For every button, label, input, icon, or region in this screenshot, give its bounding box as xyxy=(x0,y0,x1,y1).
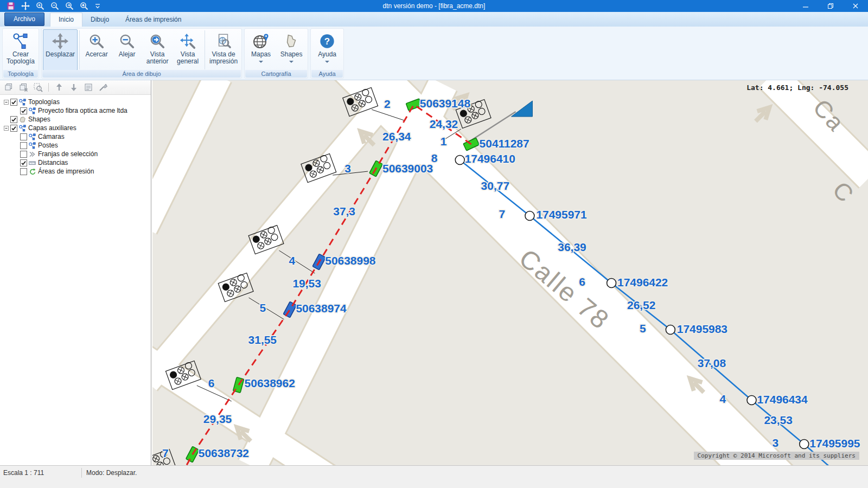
window-title: dtn versión demo - [fibra_acme.dtn] xyxy=(0,2,868,10)
map-node-circle[interactable] xyxy=(800,440,809,449)
ribbon-group-label: Área de dibujo xyxy=(42,70,241,78)
ribbon-group-cartograf-a: MapasShapesCartografía xyxy=(244,28,308,79)
zoom-selection-icon[interactable] xyxy=(33,82,43,93)
restore-button[interactable] xyxy=(818,0,843,12)
map-label: 17496434 xyxy=(757,393,808,406)
tree-item-label: Topologías xyxy=(28,98,60,106)
tree-item-distancias[interactable]: Distancias xyxy=(0,158,151,167)
tree-item-c-maras[interactable]: Cámaras xyxy=(0,132,151,141)
ribbon-button-vista-anterior[interactable]: Vistaanterior xyxy=(142,29,173,70)
map-node-circle[interactable] xyxy=(607,279,616,288)
tree-checkbox[interactable] xyxy=(20,159,27,166)
map-label: 1 xyxy=(441,135,447,147)
map-label: 6 xyxy=(208,377,215,389)
map-label: 31,55 xyxy=(248,333,277,346)
status-mode: Modo: Desplazar. xyxy=(82,469,137,477)
tree-item-franjas-de-selecci-n[interactable]: Franjas de selección xyxy=(0,150,151,158)
map-label: 50411287 xyxy=(480,137,529,150)
tab-dibujo[interactable]: Dibujo xyxy=(82,13,117,27)
map-label: 37,08 xyxy=(698,357,726,369)
zoom-in-icon xyxy=(88,31,105,51)
shape-icon xyxy=(19,116,26,123)
map-label: 17496410 xyxy=(465,152,515,165)
ribbon-button-desplazar[interactable]: Desplazar xyxy=(43,29,78,70)
tab-inicio[interactable]: Inicio xyxy=(50,12,82,27)
ribbon-group-ayuda: ?AyudaAyuda xyxy=(310,28,344,79)
tree-item-postes[interactable]: Postes xyxy=(0,141,151,150)
tree-checkbox[interactable] xyxy=(20,151,27,158)
zoom-out-icon[interactable] xyxy=(50,2,59,10)
layers-icon[interactable] xyxy=(3,82,14,93)
map-node-circle[interactable] xyxy=(525,211,534,221)
ribbon-group--rea-de-dibujo: DesplazarAcercarAlejarVistaanteriorVista… xyxy=(41,28,242,79)
ribbon-button-alejar[interactable]: Alejar xyxy=(112,29,142,70)
pan-icon[interactable] xyxy=(21,2,30,10)
tree-checkbox[interactable] xyxy=(10,116,17,123)
topology-icon xyxy=(19,99,26,106)
ribbon: CrearTopologíaTopologíaDesplazarAcercarA… xyxy=(0,27,868,80)
ribbon-button-mapas[interactable]: Mapas xyxy=(246,29,276,70)
map-label: 17496422 xyxy=(617,276,668,288)
tab--reas-de-impresi-n[interactable]: Áreas de impresión xyxy=(117,13,189,27)
zoom-extent-icon[interactable] xyxy=(80,2,88,10)
tree-item-shapes[interactable]: Shapes xyxy=(0,115,151,124)
properties-icon[interactable] xyxy=(83,82,94,93)
tree-item-label: Áreas de impresión xyxy=(38,168,94,175)
tree-checkbox[interactable] xyxy=(20,168,27,175)
remove-layer-icon[interactable] xyxy=(18,82,29,93)
move-up-icon[interactable] xyxy=(54,82,65,93)
topology-icon xyxy=(29,133,36,140)
tree-checkbox[interactable] xyxy=(20,107,27,114)
tab-archivo[interactable]: Archivo xyxy=(4,12,44,26)
window-bottom-edge xyxy=(0,480,868,488)
tree-expander[interactable] xyxy=(3,100,9,105)
layers-tree: TopologíasProyecto fibra optica acme ltd… xyxy=(0,95,151,176)
ribbon-button-shapes[interactable]: Shapes xyxy=(276,29,307,70)
map-node-circle[interactable] xyxy=(666,325,675,335)
tree-item--reas-de-impresi-n[interactable]: Áreas de impresión xyxy=(0,167,151,176)
tree-checkbox[interactable] xyxy=(20,142,27,149)
map-label: 2 xyxy=(384,98,391,110)
save-icon[interactable] xyxy=(7,2,15,10)
ribbon-button-ayuda[interactable]: ?Ayuda xyxy=(312,29,342,70)
tree-item-proyecto-fibra-optica-acme-ltda[interactable]: Proyecto fibra optica acme ltda xyxy=(0,106,151,115)
ribbon-button-label: general xyxy=(177,58,199,65)
ribbon-button-label: impresión xyxy=(209,58,238,65)
application-window: dtn versión demo - [fibra_acme.dtn] Arch… xyxy=(0,0,868,488)
ribbon-button-vista-de-impresi-n[interactable]: Vista deimpresión xyxy=(207,29,240,70)
map-label: 17495995 xyxy=(809,437,860,450)
zoom-previous-icon[interactable] xyxy=(65,2,74,10)
dropdown-arrow-icon xyxy=(259,61,263,63)
map-label: 7 xyxy=(162,447,169,459)
ribbon-button-crear-topolog-a[interactable]: CrearTopología xyxy=(4,29,37,70)
map-label: 24,32 xyxy=(430,118,458,130)
move-icon xyxy=(52,31,68,51)
map-label: 3 xyxy=(344,162,351,175)
map-canvas[interactable]: Calle 78CaC25063914824,3215041128726,348… xyxy=(152,80,868,465)
ribbon-button-label: anterior xyxy=(146,58,169,65)
tree-item-capas-auxiliares[interactable]: Capas auxiliares xyxy=(0,124,151,132)
tree-item-topolog-as[interactable]: Topologías xyxy=(0,98,151,106)
clean-icon[interactable] xyxy=(98,82,108,93)
ribbon-button-vista-general[interactable]: Vistageneral xyxy=(173,29,203,70)
tree-expander[interactable] xyxy=(3,126,9,131)
map-label: 17495983 xyxy=(677,323,727,335)
tree-checkbox[interactable] xyxy=(10,125,17,132)
tree-checkbox[interactable] xyxy=(10,99,17,106)
map-node-circle[interactable] xyxy=(455,156,464,165)
ribbon-button-acercar[interactable]: Acercar xyxy=(81,29,112,70)
titlebar: dtn versión demo - [fibra_acme.dtn] xyxy=(0,0,868,12)
help-icon: ? xyxy=(319,31,335,51)
tree-checkbox[interactable] xyxy=(20,133,27,140)
tree-item-label: Proyecto fibra optica acme ltda xyxy=(38,107,127,114)
tree-item-label: Franjas de selección xyxy=(38,150,98,158)
ribbon-button-label: Shapes xyxy=(280,51,303,58)
minimize-button[interactable] xyxy=(793,0,818,12)
ribbon-button-label: Ayuda xyxy=(318,51,336,58)
qat-more-icon[interactable] xyxy=(94,2,103,10)
zoom-in-icon[interactable] xyxy=(36,2,44,10)
move-down-icon[interactable] xyxy=(68,82,79,93)
close-button[interactable] xyxy=(843,0,868,12)
map-node-circle[interactable] xyxy=(747,396,756,405)
tree-item-label: Capas auxiliares xyxy=(28,124,76,132)
